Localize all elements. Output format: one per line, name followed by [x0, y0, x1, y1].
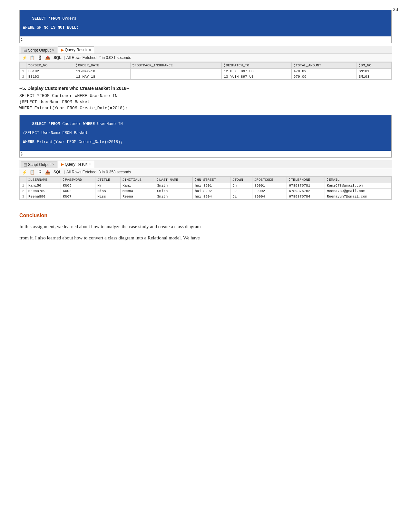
sort-icon: ▲▼	[327, 178, 328, 182]
tab-close-script-2[interactable]: ✕	[52, 163, 54, 166]
sort-icon: ▲▼	[122, 178, 124, 182]
col-header-rownum-1	[20, 63, 26, 69]
first-tabs-bar: ▤ Script Output ✕ ▶ Query Result ✕	[19, 46, 392, 54]
first-result-table-container: ▲▼ORDER_NO ▲▼ORDER_DATE ▲▼POSTPACK_INSUR…	[19, 62, 392, 80]
tab-close-result-2[interactable]: ✕	[89, 163, 91, 166]
first-result-table: ▲▼ORDER_NO ▲▼ORDER_DATE ▲▼POSTPACK_INSUR…	[20, 62, 391, 80]
copy-icon-2[interactable]: 📋	[29, 169, 35, 175]
conclusion-text-line1: In this assignment, we learned about how…	[19, 222, 392, 231]
result-icon-2: ▶	[61, 162, 64, 167]
table-row: 2 Meena789 KU02 Miss Meena Smith hui 890…	[20, 189, 391, 194]
sort-icon: ▲▼	[254, 178, 256, 182]
page-number: 23	[393, 6, 398, 12]
col-header-smno[interactable]: ▲▼SM_NO	[357, 63, 391, 69]
table-row: 2 BS103 12-MAY-18 13 YUIH 897 US 679.09 …	[20, 74, 391, 80]
col-header-title[interactable]: ▲▼TITLE	[95, 177, 121, 183]
col-header-postcode[interactable]: ▲▼POSTCODE	[252, 177, 287, 183]
col-header-order-date[interactable]: ▲▼ORDER_DATE	[74, 63, 130, 69]
sort-icon: ▲▼	[97, 178, 99, 182]
col-header-username[interactable]: ▲▼USERNAME	[26, 177, 61, 183]
tab-script-output-1[interactable]: ▤ Script Output ✕	[21, 47, 57, 53]
db-icon-2[interactable]: 🗄	[37, 169, 43, 175]
editor-nav-arrows-2[interactable]: ▲▼	[20, 151, 391, 157]
table-row: 3 Reena890 KU67 Miss Reena Smith hui 890…	[20, 194, 391, 199]
sort-icon: ▲▼	[232, 178, 234, 182]
script-icon-1: ▤	[24, 48, 27, 53]
tab-script-output-2[interactable]: ▤ Script Output ✕	[21, 161, 57, 168]
sort-icon: ▲▼	[224, 63, 225, 68]
conclusion-heading: Conclusion	[19, 213, 392, 218]
tab-query-result-1[interactable]: ▶ Query Result ✕	[58, 46, 94, 53]
editor-nav-arrows[interactable]: ▲▼	[20, 36, 391, 43]
sort-icon: ▲▼	[157, 178, 158, 182]
first-sql-code: SELECT *FROM Orders WHERE SM_No IS NOT N…	[20, 10, 391, 36]
section5-heading: --5. Display Customers who Create Basket…	[19, 86, 392, 91]
sql-label-1: SQL	[54, 55, 62, 60]
col-header-password[interactable]: ▲▼PASSWORD	[61, 177, 95, 183]
sort-icon: ▲▼	[76, 63, 77, 68]
sort-icon: ▲▼	[63, 178, 64, 182]
result-icon-1: ▶	[61, 48, 64, 52]
run-icon-2[interactable]: ⚡	[21, 169, 28, 175]
col-header-postpack[interactable]: ▲▼POSTPACK_INSURANCE	[130, 63, 221, 69]
sort-icon: ▲▼	[28, 178, 30, 182]
col-header-rownum-2	[20, 177, 26, 183]
toolbar-status-2: All Rows Fetched: 3 in 0.353 seconds	[66, 170, 131, 174]
second-result-table-container: ▲▼USERNAME ▲▼PASSWORD ▲▼TITLE ▲▼INITIALS…	[19, 176, 392, 200]
first-toolbar: ⚡ 📋 🗄 📤 SQL | All Rows Fetched: 2 in 0.0…	[19, 54, 392, 62]
db-icon-1[interactable]: 🗄	[37, 55, 43, 61]
second-sql-editor: SELECT *FROM Customer WHERE UserName IN …	[19, 115, 392, 158]
sort-icon: ▲▼	[28, 63, 30, 68]
col-header-order-no[interactable]: ▲▼ORDER_NO	[26, 63, 74, 69]
tab-close-script-1[interactable]: ✕	[52, 48, 54, 52]
sort-icon: ▲▼	[289, 178, 290, 182]
table-row: 1 BS102 11-MAY-18 12 HJNL 897 US 479.09 …	[20, 69, 391, 74]
tab-close-result-1[interactable]: ✕	[89, 48, 91, 52]
col-header-lastname[interactable]: ▲▼LAST_NAME	[155, 177, 193, 183]
col-header-telephone[interactable]: ▲▼TELEPHONE	[287, 177, 325, 183]
first-sql-editor: SELECT *FROM Orders WHERE SM_No IS NOT N…	[19, 10, 392, 43]
query-line-1: SELECT *FROM Customer WHERE UserName IN	[19, 93, 392, 98]
export-icon-2[interactable]: 📤	[44, 169, 51, 175]
col-header-hnstreet[interactable]: ▲▼HN_STREET	[193, 177, 230, 183]
sort-icon: ▲▼	[359, 63, 360, 68]
second-result-table: ▲▼USERNAME ▲▼PASSWORD ▲▼TITLE ▲▼INITIALS…	[20, 177, 391, 199]
sort-icon: ▲▼	[132, 63, 134, 68]
second-toolbar: ⚡ 📋 🗄 📤 SQL | All Rows Fetched: 3 in 0.3…	[19, 168, 392, 176]
conclusion-text-line2: from it. I also learned about how to con…	[19, 234, 392, 242]
tab-query-result-2[interactable]: ▶ Query Result ✕	[58, 161, 94, 168]
script-icon-2: ▤	[24, 162, 27, 167]
second-sql-code: SELECT *FROM Customer WHERE UserName IN …	[20, 115, 391, 151]
col-header-email[interactable]: ▲▼EMAIL	[325, 177, 391, 183]
col-header-total[interactable]: ▲▼TOTAL_AMOUNT	[291, 63, 357, 69]
sort-icon: ▲▼	[294, 63, 295, 68]
query-line-3: WHERE Extract(Year FROM Create_Date)=201…	[19, 106, 392, 111]
col-header-town[interactable]: ▲▼TOWN	[230, 177, 252, 183]
table-row: 1 Kani56 KU0J Mr Kani Smith hui 8901 Jh …	[20, 183, 391, 189]
copy-icon-1[interactable]: 📋	[29, 55, 35, 61]
run-icon-1[interactable]: ⚡	[21, 55, 28, 61]
sort-icon: ▲▼	[195, 178, 196, 182]
col-header-despatch[interactable]: ▲▼DESPATCH_TO	[222, 63, 291, 69]
sql-label-2: SQL	[54, 170, 62, 174]
toolbar-status-1: All Rows Fetched: 2 in 0.031 seconds	[66, 55, 131, 60]
query-line-2: (SELECT UserName FROM Basket	[19, 100, 392, 104]
col-header-initials[interactable]: ▲▼INITIALS	[121, 177, 155, 183]
export-icon-1[interactable]: 📤	[44, 55, 51, 61]
second-tabs-bar: ▤ Script Output ✕ ▶ Query Result ✕	[19, 160, 392, 168]
